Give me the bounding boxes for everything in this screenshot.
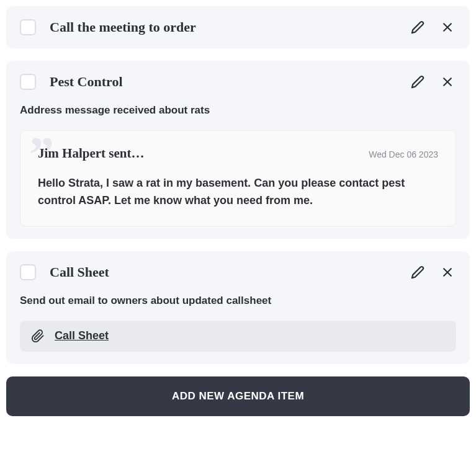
close-icon [441, 21, 454, 33]
quote-sender: Jim Halpert sent… [38, 146, 144, 161]
agenda-item: Call Sheet Send out email to owners abou… [6, 251, 470, 364]
close-icon [441, 266, 454, 278]
agenda-item-header: Call Sheet [20, 264, 456, 281]
agenda-item-header: Call the meeting to order [20, 19, 456, 36]
agenda-title: Pest Control [50, 74, 409, 90]
agenda-actions [409, 264, 456, 281]
agenda-actions [409, 73, 456, 91]
agenda-title: Call Sheet [50, 264, 409, 280]
delete-button[interactable] [439, 73, 456, 91]
pencil-icon [411, 265, 424, 279]
add-agenda-item-button[interactable]: ADD NEW AGENDA ITEM [6, 376, 470, 416]
quote-header: Jim Halpert sent… Wed Dec 06 2023 [38, 146, 438, 161]
attachment-link[interactable]: Call Sheet [20, 321, 456, 352]
delete-button[interactable] [439, 19, 456, 36]
pencil-icon [411, 75, 424, 89]
pencil-icon [411, 20, 424, 34]
agenda-item: Pest Control Address message received ab… [6, 61, 470, 239]
edit-button[interactable] [409, 264, 426, 281]
edit-button[interactable] [409, 19, 426, 36]
message-quote: ” Jim Halpert sent… Wed Dec 06 2023 Hell… [20, 130, 456, 226]
agenda-item: Call the meeting to order [6, 6, 470, 48]
close-icon [441, 76, 454, 88]
quote-date: Wed Dec 06 2023 [369, 149, 438, 159]
agenda-item-header: Pest Control [20, 73, 456, 91]
agenda-actions [409, 19, 456, 36]
agenda-description: Send out email to owners about updated c… [20, 295, 456, 307]
agenda-title: Call the meeting to order [50, 19, 409, 35]
agenda-checkbox[interactable] [20, 264, 36, 280]
attachment-label: Call Sheet [55, 329, 109, 342]
edit-button[interactable] [409, 73, 426, 91]
quote-body: Hello Strata, I saw a rat in my basement… [38, 175, 438, 210]
delete-button[interactable] [439, 264, 456, 281]
agenda-description: Address message received about rats [20, 104, 456, 117]
paperclip-icon [31, 329, 45, 343]
agenda-checkbox[interactable] [20, 74, 36, 90]
agenda-checkbox[interactable] [20, 19, 36, 35]
